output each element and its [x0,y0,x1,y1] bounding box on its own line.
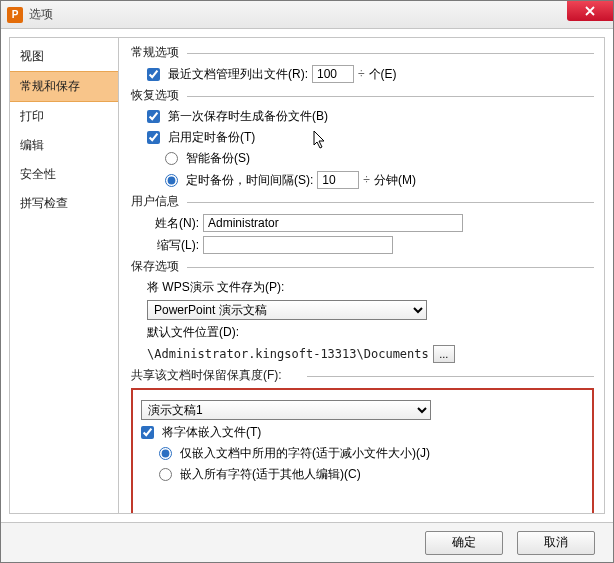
save-as-select[interactable]: PowerPoint 演示文稿 [147,300,427,320]
timed-backup-label: 定时备份，时间间隔(S): [186,172,313,189]
recent-files-label: 最近文档管理列出文件(R): [168,66,308,83]
spinner-icon[interactable]: ÷ [363,173,370,187]
app-icon: P [7,7,23,23]
embed-fonts-checkbox[interactable] [141,426,154,439]
embed-all-label: 嵌入所有字符(适于其他人编辑)(C) [180,466,361,483]
smart-backup-label: 智能备份(S) [186,150,250,167]
save-as-label: 将 WPS演示 文件存为(P): [147,279,284,296]
ok-button[interactable]: 确定 [425,531,503,555]
group-general-label: 常规选项 [131,44,594,61]
main-panel: 常规选项 最近文档管理列出文件(R): ÷ 个(E) 恢复选项 第一次保存时生成… [119,37,605,514]
titlebar: P 选项 [1,1,613,29]
window-title: 选项 [29,6,53,23]
sidebar-item-view[interactable]: 视图 [10,42,118,71]
dialog-footer: 确定 取消 [1,522,613,562]
embed-used-label: 仅嵌入文档中所用的字符(适于减小文件大小)(J) [180,445,430,462]
smart-backup-radio[interactable] [165,152,178,165]
recent-files-unit: 个(E) [369,66,397,83]
timed-backup-radio[interactable] [165,174,178,187]
group-save-label: 保存选项 [131,258,594,275]
user-name-input[interactable] [203,214,463,232]
default-path-label: 默认文件位置(D): [147,324,239,341]
enable-timed-backup-label: 启用定时备份(T) [168,129,255,146]
embed-all-radio[interactable] [159,468,172,481]
first-save-backup-label: 第一次保存时生成备份文件(B) [168,108,328,125]
recent-files-input[interactable] [312,65,354,83]
close-icon [585,6,595,16]
embed-used-radio[interactable] [159,447,172,460]
first-save-backup-checkbox[interactable] [147,110,160,123]
close-button[interactable] [567,1,613,21]
highlight-frame: 演示文稿1 将字体嵌入文件(T) 仅嵌入文档中所用的字符(适于减小文件大小)(J… [131,388,594,514]
timed-backup-input[interactable] [317,171,359,189]
group-recovery-label: 恢复选项 [131,87,594,104]
group-fidelity-label: 共享该文档时保留保真度(F): [131,367,594,384]
fidelity-doc-select[interactable]: 演示文稿1 [141,400,431,420]
timed-backup-unit: 分钟(M) [374,172,416,189]
recent-files-checkbox[interactable] [147,68,160,81]
sidebar-item-spellcheck[interactable]: 拼写检查 [10,189,118,218]
options-dialog: P 选项 视图 常规和保存 打印 编辑 安全性 拼写检查 常规选项 最近文档管理… [0,0,614,563]
spinner-icon[interactable]: ÷ [358,67,365,81]
sidebar-item-print[interactable]: 打印 [10,102,118,131]
sidebar: 视图 常规和保存 打印 编辑 安全性 拼写检查 [9,37,119,514]
user-name-label: 姓名(N): [147,215,199,232]
sidebar-item-general-save[interactable]: 常规和保存 [10,71,118,102]
user-initials-input[interactable] [203,236,393,254]
sidebar-item-edit[interactable]: 编辑 [10,131,118,160]
enable-timed-backup-checkbox[interactable] [147,131,160,144]
group-user-label: 用户信息 [131,193,594,210]
default-path-value: \Administrator.kingsoft-13313\Documents [147,347,429,361]
browse-button[interactable]: ... [433,345,455,363]
user-initials-label: 缩写(L): [147,237,199,254]
sidebar-item-security[interactable]: 安全性 [10,160,118,189]
cancel-button[interactable]: 取消 [517,531,595,555]
embed-fonts-label: 将字体嵌入文件(T) [162,424,261,441]
